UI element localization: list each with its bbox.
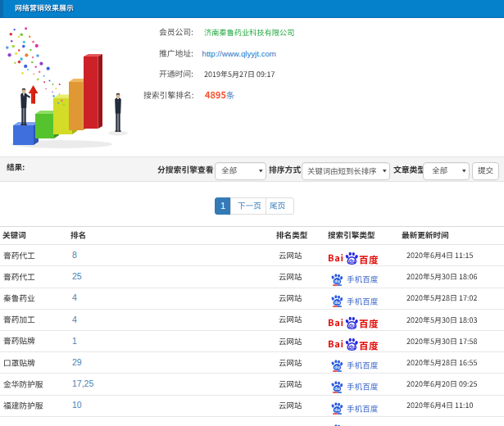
svg-text:du: du (334, 408, 340, 413)
svg-text:du: du (348, 258, 355, 264)
svg-text:du: du (334, 279, 340, 283)
svg-text:du: du (334, 365, 340, 369)
svg-text:du: du (334, 301, 340, 306)
svg-text:du: du (348, 323, 355, 329)
svg-text:du: du (348, 344, 355, 350)
svg-text:du: du (334, 386, 340, 391)
